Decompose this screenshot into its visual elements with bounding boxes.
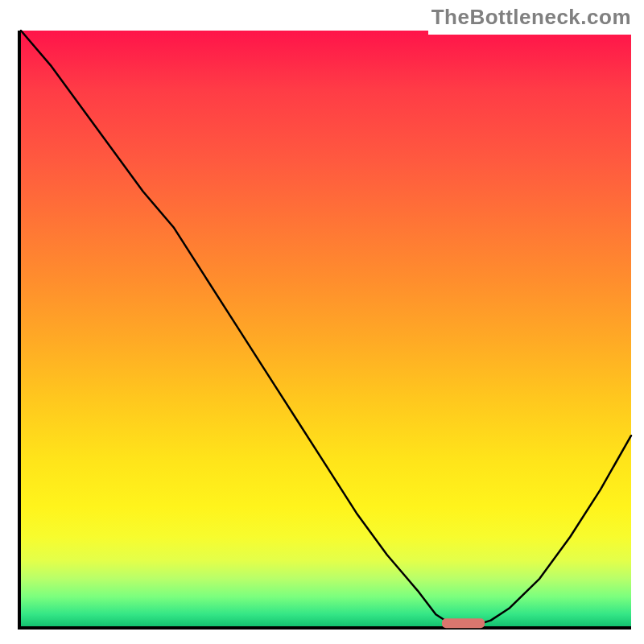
chart-stage: TheBottleneck.com — [0, 0, 644, 644]
watermark-text: TheBottleneck.com — [428, 3, 634, 35]
minimum-marker — [442, 618, 485, 628]
bottleneck-curve — [21, 31, 631, 626]
curve-svg — [21, 31, 631, 626]
plot-area — [18, 31, 631, 630]
